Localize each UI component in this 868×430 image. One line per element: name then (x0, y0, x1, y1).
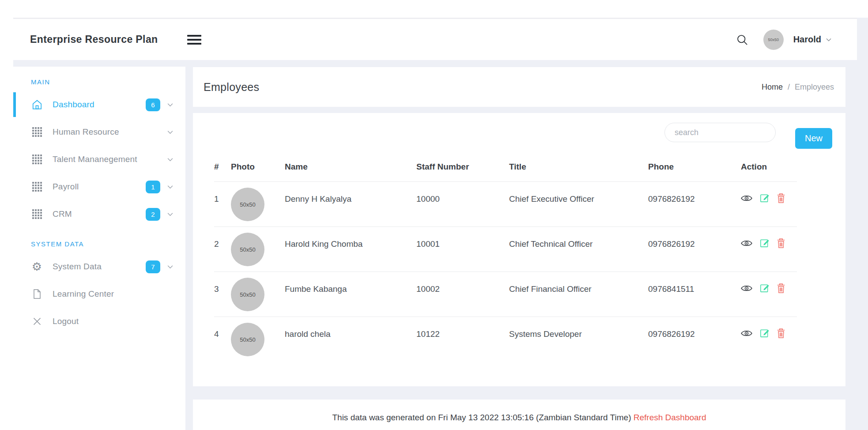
delete-icon[interactable] (777, 238, 785, 248)
sidebar: MAIN Dashboard 6 (13, 60, 185, 430)
sidebar-item-dashboard[interactable]: Dashboard 6 (13, 91, 185, 118)
gear-icon: ⚙ (31, 261, 43, 272)
hamburger-menu-icon[interactable] (187, 33, 201, 47)
view-icon[interactable] (741, 329, 752, 337)
column-header-action: Action (741, 151, 797, 182)
sidebar-item-label: Payroll (53, 182, 146, 192)
employee-photo: 50x50 (231, 323, 264, 356)
sidebar-item-learning-center[interactable]: Learning Center (13, 280, 185, 308)
breadcrumb-separator: / (788, 83, 790, 92)
view-icon[interactable] (741, 284, 752, 292)
grid-icon (31, 127, 43, 137)
hamburger-bar (187, 35, 201, 37)
search-icon[interactable] (736, 34, 748, 46)
employee-staff-number: 10002 (416, 272, 509, 317)
view-icon[interactable] (741, 194, 752, 202)
user-menu[interactable]: Harold (793, 34, 832, 45)
sidebar-item-talent-management[interactable]: Talent Mananegement (13, 146, 185, 173)
hamburger-bar (187, 43, 201, 45)
delete-icon[interactable] (777, 328, 785, 338)
sidebar-item-label: System Data (53, 262, 146, 272)
grid-icon (31, 209, 43, 219)
chevron-down-icon (166, 263, 174, 271)
breadcrumb-home-link[interactable]: Home (762, 83, 783, 92)
column-header-phone: Phone (648, 151, 741, 182)
chevron-down-icon (166, 128, 174, 136)
row-index: 3 (214, 272, 231, 317)
row-index: 1 (214, 182, 231, 227)
file-icon (31, 289, 43, 299)
employee-name: harold chela (285, 317, 416, 362)
view-icon[interactable] (741, 239, 752, 247)
breadcrumb: Home / Employees (762, 83, 834, 92)
edit-icon[interactable] (759, 328, 770, 338)
column-header-index: # (214, 151, 231, 182)
search-input[interactable] (664, 123, 776, 142)
edit-icon[interactable] (759, 283, 770, 293)
content-area: MAIN Dashboard 6 (13, 60, 857, 430)
avatar[interactable]: 50x50 (763, 30, 784, 50)
sidebar-item-crm[interactable]: CRM 2 (13, 200, 185, 228)
page-title: Employees (204, 81, 259, 94)
breadcrumb-current: Employees (795, 83, 834, 92)
generated-timestamp-text: This data was generated on Fri May 13 20… (332, 413, 631, 422)
page-header-card: Employees Home / Employees (193, 67, 845, 107)
row-actions (741, 283, 797, 293)
employee-phone: 0976826192 (648, 227, 741, 272)
table-row: 3 50x50 Fumbe Kabanga 10002 Chief Financ… (214, 272, 797, 317)
table-row: 1 50x50 Denny H Kalyalya 10000 Chief Exe… (214, 182, 797, 227)
hamburger-bar (187, 39, 201, 41)
badge: 1 (146, 181, 160, 193)
employee-staff-number: 10000 (416, 182, 509, 227)
sidebar-panel: MAIN Dashboard 6 (13, 67, 185, 430)
edit-icon[interactable] (759, 238, 770, 248)
employees-table: # Photo Name Staff Number Title Phone Ac… (214, 151, 797, 362)
new-button[interactable]: New (795, 128, 832, 149)
home-icon (31, 99, 43, 110)
sidebar-section-main: MAIN (31, 78, 185, 86)
refresh-dashboard-link[interactable]: Refresh Dashboard (634, 413, 706, 422)
topbar-right: 50x50 Harold (736, 30, 832, 50)
employee-photo: 50x50 (231, 188, 264, 221)
sidebar-item-label: Human Resource (53, 127, 166, 137)
badge: 6 (146, 98, 160, 111)
sidebar-item-label: Logout (53, 317, 174, 326)
edit-icon[interactable] (759, 193, 770, 203)
delete-icon[interactable] (777, 193, 785, 203)
employee-name: Denny H Kalyalya (285, 182, 416, 227)
column-header-photo: Photo (231, 151, 285, 182)
employee-title: Systems Developer (509, 317, 648, 362)
chevron-down-icon (166, 183, 174, 191)
employee-title: Chief Executive Officer (509, 182, 648, 227)
badge: 2 (146, 208, 160, 221)
user-name: Harold (793, 34, 821, 45)
badge: 7 (146, 260, 160, 273)
sidebar-item-system-data[interactable]: ⚙ System Data 7 (13, 253, 185, 280)
app-logo: Enterprise Resource Plan (30, 34, 158, 45)
sidebar-item-label: Talent Mananegement (53, 155, 166, 164)
sidebar-item-logout[interactable]: Logout (13, 308, 185, 335)
column-header-title: Title (509, 151, 648, 182)
employee-staff-number: 10001 (416, 227, 509, 272)
close-icon (31, 316, 43, 327)
photo-placeholder-text: 50x50 (240, 291, 255, 298)
sidebar-item-label: Learning Center (53, 289, 174, 299)
employee-photo: 50x50 (231, 233, 264, 266)
main-panel: Employees Home / Employees New (185, 60, 857, 430)
photo-placeholder-text: 50x50 (240, 336, 255, 343)
delete-icon[interactable] (777, 283, 785, 293)
row-actions (741, 328, 797, 338)
chevron-down-icon (166, 156, 174, 163)
table-header-row: # Photo Name Staff Number Title Phone Ac… (214, 151, 797, 182)
sidebar-item-human-resource[interactable]: Human Resource (13, 118, 185, 146)
employee-staff-number: 10122 (416, 317, 509, 362)
row-index: 2 (214, 227, 231, 272)
photo-placeholder-text: 50x50 (240, 246, 255, 253)
column-header-staff-number: Staff Number (416, 151, 509, 182)
row-actions (741, 193, 797, 203)
chevron-down-icon (166, 101, 174, 109)
employee-name: Fumbe Kabanga (285, 272, 416, 317)
employee-name: Harold King Chomba (285, 227, 416, 272)
sidebar-item-payroll[interactable]: Payroll 1 (13, 173, 185, 200)
employee-phone: 0976826192 (648, 317, 741, 362)
